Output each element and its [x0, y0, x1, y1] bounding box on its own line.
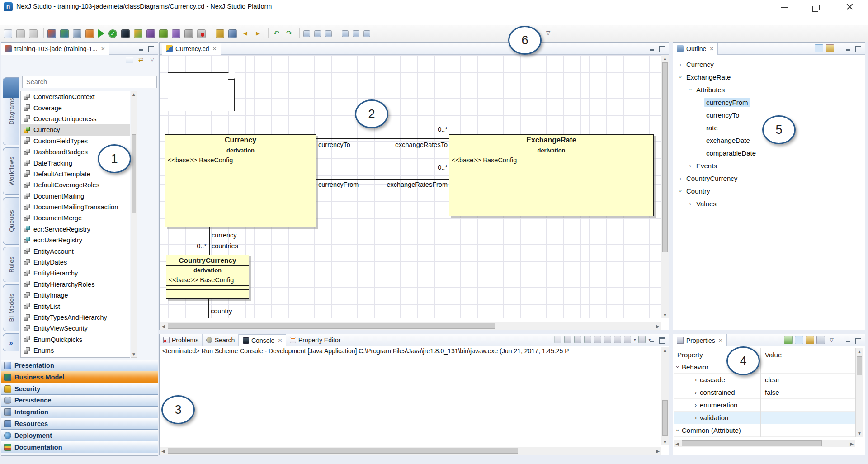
menu-item[interactable] [54, 16, 63, 19]
chevron-icon[interactable]: › [677, 61, 684, 68]
property-row[interactable]: ›validation [674, 412, 855, 424]
layer-section-bar[interactable]: Business Model [1, 371, 158, 383]
pin-console-icon[interactable] [614, 336, 621, 343]
open-console-icon[interactable] [638, 336, 646, 343]
terminate-icon[interactable] [554, 336, 561, 343]
navigator-tab[interactable]: training-103-jade (training-1... ✕ [1, 43, 109, 55]
toolbar-button[interactable] [146, 29, 157, 38]
tree-item[interactable]: EntityList [21, 301, 130, 312]
outline-item[interactable]: › Values [673, 197, 865, 210]
toolbar-button[interactable] [4, 29, 14, 38]
toolbar-button[interactable] [47, 29, 58, 38]
maximize-editor-icon[interactable] [659, 46, 665, 51]
console-area-tab[interactable]: Problems [160, 334, 203, 346]
layer-section-bar[interactable]: Presentation [1, 360, 158, 371]
minimize-button[interactable] [774, 0, 795, 14]
tree-item[interactable]: Enums [21, 345, 130, 356]
close-properties-icon[interactable]: ✕ [718, 337, 723, 344]
scrollbar-thumb[interactable] [168, 323, 495, 329]
tree-item[interactable]: EntityTypesAndHierarchy [21, 312, 130, 323]
category-tab[interactable]: » [3, 333, 19, 351]
scroll-left-icon[interactable]: ◀ [161, 449, 165, 454]
editor-vertical-scrollbar[interactable]: ▲ ▼ [661, 55, 669, 318]
toolbar-button[interactable] [85, 29, 96, 38]
scroll-down-icon[interactable]: ▼ [856, 431, 863, 436]
tree-item[interactable]: EntityHierarchy [21, 268, 130, 279]
collapse-all-icon[interactable] [126, 57, 133, 63]
class-box-exchange-rate[interactable]: ExchangeRate derivation <<base>> BaseCon… [449, 134, 654, 216]
toolbar-button[interactable] [197, 29, 208, 38]
properties-tab[interactable]: Properties ✕ [673, 334, 727, 346]
scroll-left-icon[interactable]: ◀ [161, 324, 165, 329]
menu-item[interactable] [9, 16, 18, 19]
layer-section-bar[interactable]: Documentation [1, 441, 158, 453]
scroll-up-icon[interactable]: ▲ [661, 348, 669, 353]
maximize-panel-icon[interactable] [148, 46, 154, 51]
chevron-icon[interactable]: › [675, 426, 681, 435]
class-box-currency[interactable]: Currency derivation <<base>> BaseConfig [165, 134, 316, 227]
tree-item[interactable]: EntityDates [21, 257, 130, 268]
minimize-panel-icon[interactable] [138, 46, 144, 51]
scroll-down-icon[interactable]: ▼ [661, 312, 669, 317]
scroll-right-icon[interactable]: ▶ [656, 324, 660, 329]
toolbar-button[interactable] [314, 30, 323, 37]
scrollbar-thumb[interactable] [682, 440, 822, 446]
close-button[interactable] [839, 0, 860, 14]
toolbar-button[interactable] [342, 30, 351, 37]
tree-mode-icon[interactable] [795, 336, 803, 344]
menu-item[interactable] [0, 16, 9, 19]
outline-item[interactable]: › Events [673, 159, 865, 172]
close-editor-icon[interactable]: ✕ [212, 46, 217, 52]
link-with-editor-icon[interactable]: ⇄ [137, 57, 145, 63]
layer-section-bar[interactable]: Integration [1, 406, 158, 418]
console-vertical-scrollbar[interactable]: ▲ ▼ [661, 347, 669, 445]
menu-item[interactable] [45, 16, 54, 19]
minimize-outline-icon[interactable] [845, 46, 851, 51]
scroll-right-icon[interactable]: ▶ [849, 441, 854, 446]
diagram-canvas[interactable]: Currency derivation <<base>> BaseConfig … [160, 55, 661, 318]
chevron-icon[interactable]: › [677, 187, 684, 194]
layer-section-bar[interactable]: Security [1, 383, 158, 394]
category-tab[interactable]: Queues [3, 197, 19, 245]
minimize-editor-icon[interactable] [649, 46, 655, 51]
column-divider[interactable] [760, 348, 761, 437]
chevron-icon[interactable]: › [677, 175, 684, 182]
console-area-tab[interactable]: Search [203, 334, 239, 346]
toolbar-button[interactable] [184, 29, 195, 38]
tree-item[interactable]: EnumQuickpicks [21, 334, 130, 345]
tree-item[interactable]: Coverage [21, 102, 130, 113]
scrollbar-thumb[interactable] [168, 448, 518, 454]
tree-item[interactable]: ecr:ServiceRegistry [21, 224, 130, 235]
minimize-console-icon[interactable] [649, 337, 655, 342]
remove-all-launches-icon[interactable] [574, 336, 581, 343]
tree-item[interactable]: EntityImage [21, 290, 130, 301]
scrollbar-thumb[interactable] [662, 62, 668, 252]
toolbar-button[interactable] [98, 29, 107, 38]
scrollbar-thumb[interactable] [132, 134, 136, 213]
menu-item[interactable] [63, 16, 72, 19]
category-tab[interactable]: Workflows [3, 147, 19, 195]
association-line-country[interactable] [208, 299, 209, 318]
console-output[interactable] [160, 358, 661, 445]
outline-tab[interactable]: Outline ✕ [673, 43, 718, 55]
search-input[interactable] [22, 76, 157, 88]
scroll-up-icon[interactable]: ▲ [131, 92, 137, 97]
editor-tab-currency-cd[interactable]: Currency.cd ✕ [162, 43, 221, 55]
toolbar-button[interactable] [108, 29, 119, 38]
diagram-note[interactable] [168, 72, 235, 111]
column-header-value[interactable]: Value [760, 351, 782, 359]
toolbar-button[interactable] [16, 29, 27, 38]
toolbar-button[interactable] [121, 29, 132, 38]
restore-button[interactable] [806, 0, 826, 14]
outline-item[interactable]: › currencyFrom [673, 96, 865, 109]
chevron-icon[interactable]: › [692, 414, 700, 421]
toolbar-overflow-icon[interactable]: ▽ [546, 30, 550, 36]
chevron-icon[interactable]: › [677, 73, 684, 80]
toolbar-button[interactable] [172, 29, 183, 38]
association-line-countries[interactable] [209, 227, 210, 255]
scroll-down-icon[interactable]: ▼ [661, 440, 669, 445]
close-outline-icon[interactable]: ✕ [709, 46, 714, 52]
minimize-properties-icon[interactable] [845, 337, 851, 343]
layer-section-bar[interactable]: Persistence [1, 394, 158, 406]
clear-console-icon[interactable] [584, 336, 591, 343]
